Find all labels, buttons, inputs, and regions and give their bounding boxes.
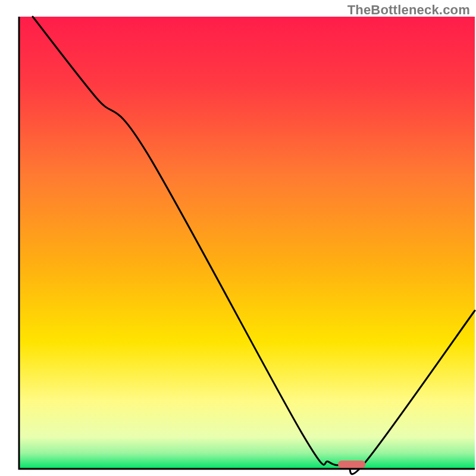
plot-background bbox=[19, 17, 475, 469]
optimal-marker bbox=[338, 461, 365, 468]
chart-container: TheBottleneck.com bbox=[0, 0, 476, 476]
bottleneck-chart bbox=[0, 0, 476, 476]
watermark-text: TheBottleneck.com bbox=[347, 2, 470, 18]
